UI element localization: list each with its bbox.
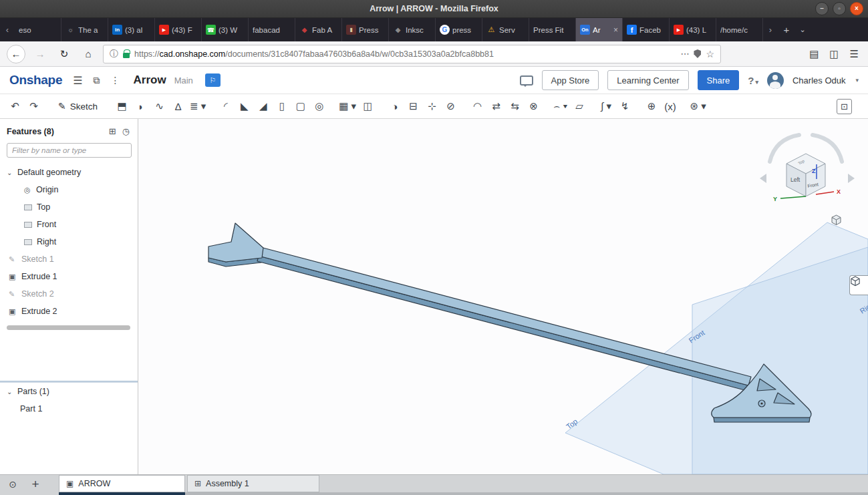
browser-tab[interactable]: ☼The a	[61, 18, 108, 41]
curve-icon[interactable]: ∫ ▾	[598, 98, 615, 115]
page-actions-icon[interactable]: ⋯	[680, 49, 689, 59]
assembly-tab[interactable]: ⊞ Assembly 1	[187, 475, 319, 492]
browser-tab-google[interactable]: Gpress	[436, 18, 482, 41]
fletching-top-face[interactable]	[208, 223, 263, 262]
replace-face-icon[interactable]: ⇆	[507, 98, 523, 115]
shield-icon[interactable]	[694, 49, 701, 58]
history-clock-icon[interactable]: ◷	[122, 126, 130, 136]
linear-pattern-icon[interactable]: ▦ ▾	[337, 98, 357, 115]
back-button[interactable]: ←	[7, 45, 25, 63]
tree-item-front-plane[interactable]: Front	[0, 216, 138, 233]
chevron-down-icon[interactable]: ▾	[855, 77, 859, 84]
sweep-icon[interactable]: ∿	[151, 98, 168, 115]
viewport-canvas[interactable]: Top Front Right	[138, 119, 868, 474]
shaft-top-face[interactable]	[259, 247, 751, 385]
shell-icon[interactable]: ▢	[292, 98, 309, 115]
folder-icon[interactable]: ⊞	[109, 126, 116, 136]
scroll-tabs-right-icon[interactable]: ›	[763, 18, 778, 41]
feature-extrude-2[interactable]: ▣ Extrude 2	[0, 303, 138, 320]
tree-item-right-plane[interactable]: Right	[0, 233, 138, 251]
onshape-logo[interactable]: Onshape	[9, 73, 62, 88]
pan-right-icon[interactable]	[848, 174, 855, 183]
workspace-name[interactable]: Main	[174, 75, 193, 86]
plane-tool-icon[interactable]: ▱	[571, 98, 588, 115]
learning-center-button[interactable]: Learning Center	[607, 70, 688, 90]
move-face-icon[interactable]: ⇄	[488, 98, 504, 115]
url-bar[interactable]: ⓘ https://cad.onshape.com/documents/31c8…	[103, 45, 721, 63]
tree-item-top-plane[interactable]: Top	[0, 198, 138, 216]
info-icon[interactable]: ⓘ	[110, 48, 118, 60]
scroll-tabs-left-icon[interactable]: ‹	[0, 18, 15, 41]
redo-icon[interactable]: ↷	[25, 98, 42, 115]
fit-view-icon[interactable]: ⊡	[837, 99, 852, 114]
feature-extrude-1[interactable]: ▣ Extrude 1	[0, 268, 138, 285]
hole-icon[interactable]: ◎	[311, 98, 327, 115]
draft-icon[interactable]: ◢	[255, 98, 271, 115]
custom-features-icon[interactable]: ⊛ ▾	[689, 98, 708, 115]
mirror-icon[interactable]: ◫	[359, 98, 376, 115]
partstudio-tab-arrow[interactable]: ▣ ARROW	[59, 475, 185, 492]
tree-item-origin[interactable]: ◎ Origin	[0, 181, 138, 198]
delete-face-icon[interactable]: ⊗	[525, 98, 542, 115]
browser-tab[interactable]: Press Fit	[529, 18, 576, 41]
browser-tab[interactable]: ▮Press	[342, 18, 389, 41]
browser-tab[interactable]: ⚠Serv	[482, 18, 529, 41]
arrowhead-side-face[interactable]	[714, 418, 810, 422]
default-geometry-section[interactable]: ⌄ Default geometry	[0, 164, 138, 181]
shaft-side-face[interactable]	[257, 256, 748, 391]
document-title[interactable]: Arrow	[134, 73, 166, 87]
url-text[interactable]: https://cad.onshape.com/documents/31c840…	[134, 49, 676, 59]
rotate-arrow-right-icon[interactable]	[813, 135, 842, 162]
menu-icon[interactable]: ☰	[850, 48, 859, 60]
loft-icon[interactable]: ∆	[170, 98, 186, 115]
part-item-1[interactable]: Part 1	[0, 400, 138, 418]
close-tab-icon[interactable]: ×	[613, 25, 618, 35]
feature-sketch-2[interactable]: ✎ Sketch 2	[0, 285, 138, 303]
browser-tab[interactable]: /home/c	[716, 18, 763, 41]
delete-part-icon[interactable]: ⊘	[442, 98, 459, 115]
sidebar-icon[interactable]: ◫	[829, 48, 839, 60]
display-options-button[interactable]: ▾	[831, 214, 835, 221]
browser-tab-linkedin[interactable]: in(3) al	[108, 18, 155, 41]
history-icon[interactable]: ⋮	[111, 75, 120, 86]
browser-tab-inkscape[interactable]: ◆Inksc	[389, 18, 436, 41]
variable-icon[interactable]: (x)	[662, 98, 679, 115]
cube-left-label[interactable]: Left	[790, 176, 801, 183]
close-button[interactable]: ×	[850, 2, 863, 15]
tab-manager-icon[interactable]: ⊙	[4, 477, 21, 492]
document-menu-icon[interactable]: ☰	[73, 74, 82, 87]
undo-icon[interactable]: ↶	[7, 98, 23, 115]
parts-section[interactable]: ⌄ Parts (1)	[0, 383, 138, 400]
viewport[interactable]: Top Front Right	[138, 119, 868, 474]
sketch-button[interactable]: ✎Sketch	[52, 98, 104, 116]
maximize-button[interactable]: ▫	[833, 2, 846, 15]
home-button[interactable]: ⌂	[79, 45, 98, 63]
workspace-branch-icon[interactable]: ⚐	[205, 73, 221, 87]
thicken-icon[interactable]: ≣ ▾	[188, 98, 207, 115]
avatar[interactable]	[767, 72, 784, 89]
rib-icon[interactable]: ▯	[273, 98, 290, 115]
browser-tab-facebook[interactable]: fFaceb	[623, 18, 670, 41]
help-button[interactable]: ?▾	[748, 75, 758, 86]
browser-tab-onshape-active[interactable]: OnAr×	[576, 18, 623, 41]
reload-button[interactable]: ↻	[55, 45, 74, 63]
browser-tab[interactable]: fabacad	[249, 18, 295, 41]
chevron-down-icon[interactable]: ⌄	[7, 388, 17, 395]
new-tab-button[interactable]: +	[778, 18, 795, 41]
revolve-icon[interactable]: ◗	[132, 98, 149, 115]
modify-fillet-icon[interactable]: ◠	[469, 98, 486, 115]
rotate-arrow-left-icon[interactable]	[770, 135, 799, 162]
library-icon[interactable]: ▤	[809, 48, 819, 60]
bookmark-star-icon[interactable]: ☆	[706, 49, 714, 59]
minimize-button[interactable]: –	[815, 2, 829, 15]
versions-icon[interactable]: ⧉	[94, 75, 100, 86]
split-icon[interactable]: ⊟	[405, 98, 422, 115]
mate-connector-icon[interactable]: ⊕	[643, 98, 660, 115]
browser-tab-youtube[interactable]: ▶(43) F	[155, 18, 202, 41]
fillet-icon[interactable]: ◜	[217, 98, 234, 115]
front-plane[interactable]	[692, 247, 868, 474]
add-tab-icon[interactable]: +	[27, 477, 44, 492]
browser-tab[interactable]: eso	[15, 18, 61, 41]
user-name[interactable]: Charles Oduk	[792, 75, 845, 86]
browser-tab-fabacademy[interactable]: ◆Fab A	[295, 18, 342, 41]
